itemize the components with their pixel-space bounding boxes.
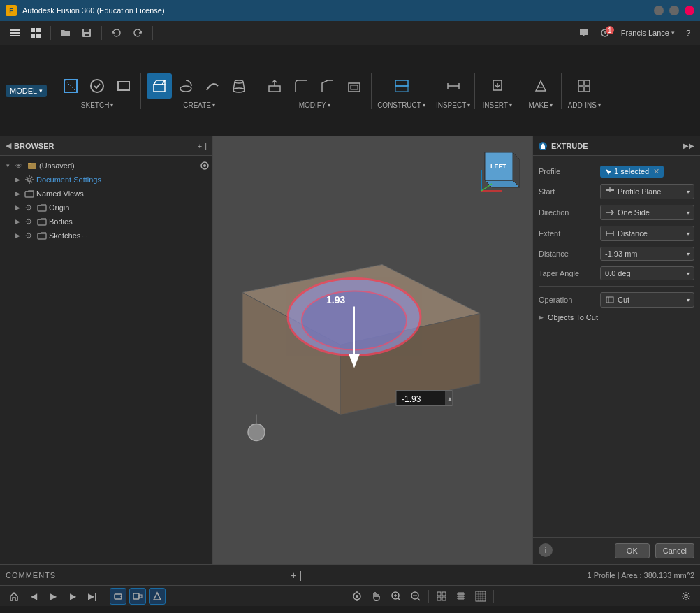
shell-button[interactable] [342,73,367,99]
comments-button[interactable] [575,26,593,40]
main-area: ◀ BROWSER + | ▾ 👁 (Unsaved) [0,136,700,564]
cam-1-button[interactable] [110,588,126,605]
svg-rect-72 [541,146,545,149]
objects-to-cut-row[interactable]: ▶ Objects To Cut [533,310,700,324]
browser-pin-button[interactable]: | [205,142,207,150]
distance-value-text: -1.93 mm [605,250,637,258]
fillet-button[interactable] [289,73,314,99]
menu-button[interactable] [6,26,24,40]
profile-clear-button[interactable]: ✕ [653,167,659,176]
cancel-button[interactable]: Cancel [655,543,694,558]
maximize-button[interactable]: □ [669,6,679,15]
info-button[interactable]: i [539,543,553,557]
nav-next-button[interactable]: ▶ [64,588,81,605]
grid-toggle-button[interactable] [433,588,450,605]
grid3-button[interactable] [472,588,489,605]
sweep-button[interactable] [200,73,225,99]
visibility-sketches[interactable] [24,231,34,240]
start-dropdown[interactable]: Profile Plane ▾ [600,184,694,199]
zoom-in-button[interactable] [388,588,404,605]
expand-sketches[interactable]: ▶ [13,231,22,240]
tree-root[interactable]: ▾ 👁 (Unsaved) [0,159,212,173]
offset-plane-button[interactable] [389,73,414,99]
tree-item-named-views[interactable]: ▶ Named Views [0,187,212,201]
open-button[interactable] [57,26,75,40]
loft-button[interactable] [226,73,251,99]
nav-end-button[interactable]: ▶| [84,588,101,605]
expand-doc-settings[interactable]: ▶ [13,175,22,185]
comments-settings-button[interactable]: | [300,570,302,581]
cam-2-button[interactable] [129,588,146,605]
shell-icon [346,78,363,94]
profile-plane-icon [605,187,615,196]
visibility-root[interactable]: 👁 [14,161,24,171]
minimize-button[interactable]: ─ [654,6,664,15]
extrude-collapse-button[interactable]: ▶▶ [683,142,694,150]
grid2-button[interactable] [453,588,469,605]
viewcube[interactable]: LEFT [471,142,527,198]
close-button[interactable]: ✕ [685,6,694,15]
nav-home-button[interactable] [6,588,22,605]
expand-bodies[interactable]: ▶ [13,217,22,226]
tree-item-origin[interactable]: ▶ Origin [0,201,212,215]
tree-item-doc-settings[interactable]: ▶ Document Settings [0,173,212,187]
expand-origin[interactable]: ▶ [13,203,22,212]
history-button[interactable]: 1 [596,26,614,40]
operation-dropdown[interactable]: Cut ▾ [600,292,694,308]
undo-button[interactable] [108,26,126,40]
profile-selected-badge[interactable]: 1 selected ✕ [600,166,664,178]
chamfer-button[interactable] [315,73,340,99]
browser-tree: ▾ 👁 (Unsaved) ▶ Document Settings [0,156,212,564]
insert-buttons [485,73,510,99]
revolve-button[interactable] [173,73,198,99]
rectangle-button[interactable] [111,73,136,99]
tree-item-sketches[interactable]: ▶ Sketches ··· [0,229,212,243]
ok-button[interactable]: OK [615,543,650,558]
expand-root[interactable]: ▾ [3,161,13,171]
browser-add-button[interactable]: + [198,142,202,150]
tree-item-bodies[interactable]: ▶ Bodies [0,215,212,229]
insert-button[interactable] [485,73,510,99]
svg-rect-4 [36,28,41,32]
grid-view-button[interactable] [27,26,45,40]
addins-button[interactable] [571,73,597,99]
extent-dropdown[interactable]: Distance ▾ [600,226,694,241]
viewport[interactable]: LEFT [213,136,532,564]
model-selector[interactable]: MODEL ▾ [6,85,47,97]
user-profile-button[interactable]: Francis Lance ▾ [617,27,679,39]
undo-icon [112,28,122,38]
extrude-button[interactable] [147,73,172,99]
direction-label: Direction [539,208,595,217]
nav-play-button[interactable]: ▶ [45,588,61,605]
nav-prev-button[interactable]: ◀ [25,588,42,605]
redo-button[interactable] [129,26,147,40]
comments-bar: COMMENTS + | 1 Profile | Area : 380.133 … [0,564,700,585]
zoom-fit-button[interactable] [407,588,424,605]
sketch-mode-button[interactable] [58,73,83,99]
taper-angle-input[interactable]: 0.0 deg ▾ [600,266,694,280]
browser-collapse-button[interactable]: ◀ [6,141,11,150]
add-comment-button[interactable]: + [291,570,296,581]
direction-dropdown[interactable]: One Side ▾ [600,205,694,220]
folder-origin-icon [36,202,48,213]
distance-row: Distance -1.93 mm ▾ [533,244,700,264]
make-button[interactable] [528,73,553,99]
make-arrow: ▾ [550,102,553,108]
info-icon: i [545,547,546,554]
svg-rect-99 [437,597,441,600]
hand-button[interactable] [368,588,385,605]
visibility-origin[interactable] [24,203,34,212]
revolve-icon [177,78,194,94]
svg-rect-1 [10,32,20,34]
snap-button[interactable] [349,588,365,605]
expand-named-views[interactable]: ▶ [13,189,22,199]
cam-3-button[interactable] [149,588,166,605]
finish-sketch-button[interactable] [85,73,110,99]
help-button[interactable]: ? [682,27,694,39]
measure-button[interactable] [441,73,466,99]
settings-button[interactable] [678,588,694,605]
visibility-bodies[interactable] [24,217,34,226]
save-button[interactable] [78,26,96,40]
distance-input[interactable]: -1.93 mm ▾ [600,247,694,261]
press-pull-button[interactable] [262,73,287,99]
